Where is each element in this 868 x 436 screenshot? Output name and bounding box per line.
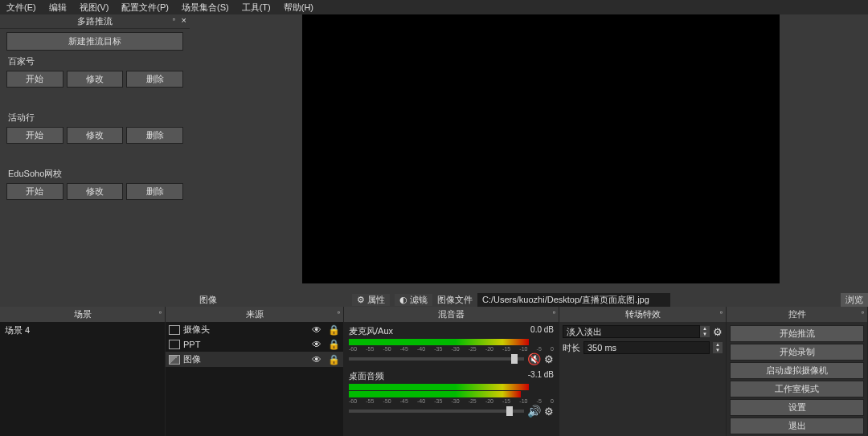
mute-icon[interactable]: 🔇 [527, 352, 541, 365]
speaker-icon[interactable]: 🔊 [527, 405, 541, 418]
delete-button[interactable]: 删除 [126, 183, 183, 200]
target-group: 活动行 开始 修改 删除 [0, 110, 190, 152]
duration-label: 时长 [563, 342, 580, 354]
menu-scene-collection[interactable]: 场景集合(S) [175, 0, 235, 14]
transitions-panel: 转场特效▫ ▲▼ ⚙ 时长 ▲▼ [559, 307, 727, 436]
start-button[interactable]: 开始 [6, 71, 63, 88]
target-name: EduSoho网校 [0, 166, 190, 181]
volume-slider[interactable] [349, 410, 524, 413]
menu-bar: 文件(E) 编辑 视图(V) 配置文件(P) 场景集合(S) 工具(T) 帮助(… [0, 0, 868, 14]
filters-button[interactable]: ◐滤镜 [395, 294, 432, 306]
source-item[interactable]: 图像👁🔒 [166, 352, 343, 367]
chevron-down-icon[interactable]: ▼ [713, 348, 723, 353]
gear-icon[interactable]: ⚙ [713, 326, 723, 338]
edit-button[interactable]: 修改 [67, 127, 124, 144]
popout-icon[interactable]: ▫ [159, 308, 162, 316]
transition-select[interactable] [563, 325, 700, 338]
meter-ticks: -60-55-50-45-40-35-30-25-20-15-10-50 [349, 346, 554, 352]
preview-area [190, 14, 868, 305]
edit-button[interactable]: 修改 [67, 183, 124, 200]
scenes-panel: 场景▫ 场景 4 [0, 307, 166, 436]
menu-edit[interactable]: 编辑 [43, 0, 73, 14]
controls-panel: 控件▫ 开始推流 开始录制 启动虚拟摄像机 工作室模式 设置 退出 [727, 307, 868, 436]
browse-button[interactable]: 浏览 [841, 293, 868, 307]
start-streaming-button[interactable]: 开始推流 [730, 325, 864, 342]
close-icon[interactable]: × [182, 15, 186, 25]
window-icon [169, 340, 180, 349]
target-name: 活动行 [0, 110, 190, 125]
multistream-dock: 多路推流 ▫ × 新建推流目标 百家号 开始 修改 删除 活动行 开始 修改 删… [0, 14, 190, 305]
volume-meter [349, 339, 554, 345]
visibility-icon[interactable]: 👁 [312, 324, 321, 336]
volume-meter [349, 384, 554, 390]
scene-item[interactable]: 场景 4 [5, 324, 160, 336]
properties-button[interactable]: ⚙属性 [352, 294, 390, 306]
chevron-up-icon[interactable]: ▲ [700, 326, 710, 332]
menu-file[interactable]: 文件(E) [0, 0, 43, 14]
source-item[interactable]: 摄像头👁🔒 [166, 322, 343, 337]
studio-mode-button[interactable]: 工作室模式 [730, 381, 864, 397]
start-button[interactable]: 开始 [6, 127, 63, 144]
source-properties-bar: 图像 ⚙属性 ◐滤镜 图像文件 C:/Users/kuozhi/Desktop/… [194, 292, 868, 307]
mixer-channel: 桌面音频-3.1 dB -60-55-50-45-40-35-30-25-20-… [349, 370, 554, 418]
delete-button[interactable]: 删除 [126, 71, 183, 88]
popout-icon[interactable]: ▫ [338, 308, 340, 316]
menu-profile[interactable]: 配置文件(P) [115, 0, 175, 14]
target-group: 百家号 开始 修改 删除 [0, 54, 190, 96]
volume-slider[interactable] [349, 357, 524, 361]
visibility-icon[interactable]: 👁 [312, 339, 321, 350]
settings-button[interactable]: 设置 [730, 399, 864, 416]
edit-button[interactable]: 修改 [67, 71, 124, 88]
lock-icon[interactable]: 🔒 [328, 339, 340, 350]
sources-panel: 来源▫ 摄像头👁🔒 PPT👁🔒 图像👁🔒 [166, 307, 344, 436]
duration-input[interactable] [583, 341, 710, 354]
target-group: EduSoho网校 开始 修改 删除 [0, 166, 190, 208]
start-recording-button[interactable]: 开始录制 [730, 344, 864, 361]
image-icon [169, 355, 180, 365]
chevron-up-icon[interactable]: ▲ [713, 342, 723, 348]
gear-icon: ⚙ [357, 295, 365, 305]
popout-icon[interactable]: ▫ [553, 308, 555, 316]
menu-help[interactable]: 帮助(H) [277, 0, 320, 14]
new-target-button[interactable]: 新建推流目标 [6, 32, 183, 51]
source-type-label: 图像 [194, 294, 222, 306]
lock-icon[interactable]: 🔒 [328, 324, 340, 336]
gear-icon[interactable]: ⚙ [544, 353, 554, 365]
menu-tools[interactable]: 工具(T) [235, 0, 277, 14]
source-item[interactable]: PPT👁🔒 [166, 337, 343, 352]
target-name: 百家号 [0, 54, 190, 69]
menu-view[interactable]: 视图(V) [73, 0, 116, 14]
start-virtual-cam-button[interactable]: 启动虚拟摄像机 [730, 362, 864, 379]
start-button[interactable]: 开始 [6, 183, 63, 200]
volume-meter [349, 391, 554, 397]
chevron-down-icon[interactable]: ▼ [700, 332, 710, 337]
dock-title: 多路推流 ▫ × [0, 14, 190, 29]
image-path-field[interactable]: C:/Users/kuozhi/Desktop/直播页面底图.jpg [477, 293, 670, 307]
exit-button[interactable]: 退出 [730, 418, 864, 434]
popout-icon[interactable]: ▫ [862, 308, 864, 316]
meter-ticks: -60-55-50-45-40-35-30-25-20-15-10-50 [349, 398, 554, 405]
gear-icon[interactable]: ⚙ [544, 405, 554, 418]
mixer-channel: 麦克风/Aux0.0 dB -60-55-50-45-40-35-30-25-2… [349, 325, 554, 365]
camera-icon [169, 325, 180, 335]
image-file-label: 图像文件 [437, 294, 473, 306]
filters-icon: ◐ [399, 295, 407, 305]
mixer-panel: 混音器▫ 麦克风/Aux0.0 dB -60-55-50-45-40-35-30… [344, 307, 559, 436]
preview-canvas[interactable] [302, 14, 780, 283]
popout-icon[interactable]: ▫ [173, 15, 175, 23]
lock-icon[interactable]: 🔒 [328, 354, 340, 365]
popout-icon[interactable]: ▫ [720, 308, 723, 316]
delete-button[interactable]: 删除 [126, 127, 183, 144]
visibility-icon[interactable]: 👁 [312, 354, 321, 365]
